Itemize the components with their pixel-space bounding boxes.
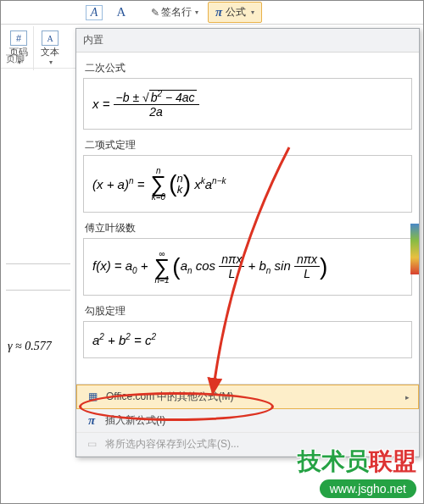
pi-icon: π — [215, 5, 222, 19]
chevron-down-icon: ▾ — [251, 8, 254, 16]
signature-line-button[interactable]: ✎ 签名行 ▾ — [145, 3, 204, 22]
section-fourier: 傅立叶级数 — [83, 216, 412, 238]
equation-fourier[interactable]: f(x) = a0 + ∞∑n=1 ( an cos nπxL + bn sin… — [83, 238, 412, 296]
dropdown-body: 二次公式 x = −b ± √b2 − 4ac2a 二项式定理 (x + a)n… — [76, 53, 419, 365]
section-pythag: 勾股定理 — [83, 299, 412, 321]
watermark-url: www.jsgho.net — [320, 479, 416, 498]
watermark-text-2: 联盟 — [369, 448, 416, 474]
pi-icon: π — [85, 414, 98, 428]
signature-label: 签名行 — [161, 5, 192, 19]
equation-label: 公式 — [226, 5, 246, 19]
equation-binomial[interactable]: (x + a)n = n∑k=0 (nk) xkan−k — [83, 155, 412, 213]
left-column: 页脚 — [1, 50, 75, 291]
equation-pythag[interactable]: a2 + b2 = c2 — [83, 321, 412, 358]
chevron-down-icon: ▾ — [195, 8, 198, 16]
footer-office-label: Office.com 中的其他公式(M) — [106, 390, 233, 404]
equation-quadratic[interactable]: x = −b ± √b2 − 4ac2a — [83, 78, 412, 130]
dropdown-header-builtin: 内置 — [76, 29, 419, 53]
watermark-text-1: 技术员 — [298, 448, 369, 474]
dropcap-icon: A — [113, 5, 130, 20]
gamma-value: γ ≈ 0.577 — [8, 340, 52, 353]
submenu-arrow-icon: ▸ — [405, 393, 410, 402]
hash-icon: # — [10, 30, 27, 46]
section-binomial: 二项式定理 — [83, 133, 412, 155]
footer-insert-new[interactable]: π 插入新公式(I) — [76, 409, 419, 433]
footer-save-label: 将所选内容保存到公式库(S)... — [105, 437, 239, 451]
watermark: 技术员联盟 www.jsgho.net — [298, 446, 416, 498]
footer-insert-label: 插入新公式(I) — [105, 413, 165, 428]
text-styles-group[interactable]: A — [82, 3, 106, 22]
scrollbar-indicator[interactable] — [410, 224, 419, 274]
office-icon: ▦ — [86, 390, 99, 404]
save-gallery-icon: ▭ — [85, 438, 98, 451]
textbox-icon: A — [42, 30, 59, 46]
wordart-icon: A — [86, 5, 103, 20]
section-quadratic: 二次公式 — [83, 56, 412, 78]
equation-button[interactable]: π 公式 ▾ — [208, 2, 262, 23]
dropcap-button[interactable]: A — [109, 3, 133, 22]
signature-icon: ✎ — [151, 7, 159, 19]
equation-dropdown: 内置 二次公式 x = −b ± √b2 − 4ac2a 二项式定理 (x + … — [75, 28, 420, 457]
ribbon-row1: A A ✎ 签名行 ▾ π 公式 ▾ — [1, 1, 423, 25]
header-footer-label: 页脚 — [1, 50, 75, 69]
footer-office-more[interactable]: ▦ Office.com 中的其他公式(M) ▸ — [76, 385, 419, 409]
